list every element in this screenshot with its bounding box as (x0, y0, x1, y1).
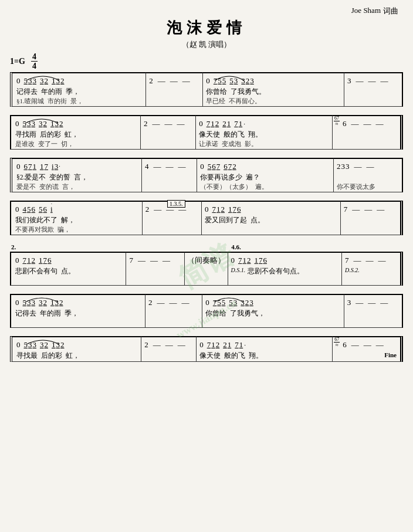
page: Joe Sham 词曲 泡沫爱情 （赵 凯 演唱） 1=G 4 4 (1, 0, 412, 376)
author-role: 词曲 (383, 6, 398, 16)
section-2-marker: 2. (10, 243, 17, 250)
line-4: 1.3.5. 0 4 5 6 5 6 i · (10, 201, 403, 235)
sheet-music: 0 5 3 3 3 2 1 3 2 记得去年的雨季， §1.喳闹城市的街景， (10, 72, 403, 362)
line-6: 0 5 3 3 3 2 1 3 2 记得去年的雨季， (10, 294, 403, 328)
m5-4: 0 7 1 2 1 7 6 D.S.1. 悲剧不会有句点。 (228, 252, 342, 286)
m5-5: 7 — — — D.S.2. (342, 252, 400, 286)
subtitle: （赵 凯 演唱） (10, 39, 403, 50)
line-1: 0 5 3 3 3 2 1 3 2 记得去年的雨季， §1.喳闹城市的街景， (10, 72, 403, 107)
m1-4: 3 — — — (344, 72, 401, 107)
m4-3: 0 7 1 2 1 7 6 爱又回到了起点。 (202, 201, 341, 235)
m7-2: 2 — — — (141, 336, 197, 362)
m2-3: 0 7 1 2 2 1 7 1 · 像天使般的飞翔。 让承诺变成泡影。 (196, 115, 333, 150)
main-title: 泡沫爱情 (10, 18, 403, 38)
m6-1: 0 5 3 3 3 2 1 3 2 记得去年的雨季， (12, 294, 145, 328)
line-5: 2. 0 7 1 2 1 7 6 悲剧不会有句点。 (10, 243, 403, 286)
m4-4: 7 — — — (341, 201, 400, 235)
key-time-row: 1=G 4 4 (10, 52, 403, 71)
m4-1: 0 4 5 6 5 6 i · 我们彼此不了解， 不要再对 (12, 201, 143, 235)
key-signature: 1=G (10, 57, 25, 66)
m7-3: 0 7 1 2 2 1 7 1 · 像天使般的飞翔。 (197, 336, 333, 362)
m6-3: 0 7 5 5 5 3 3 2 3 你曾给了我勇气， (202, 294, 344, 328)
m1-1-notes: 0 5 3 3 3 2 1 3 2 (16, 74, 143, 87)
m6-4: 3 — — — (344, 294, 401, 328)
author-name: Joe Sham (351, 6, 381, 16)
m2-2: 2 — — — (141, 115, 196, 150)
m1-1: 0 5 3 3 3 2 1 3 2 记得去年的雨季， §1.喳闹城市的街景， (13, 72, 146, 107)
line-3: 0 6 7 1 1 7 i 3 · §2.爱是不变的誓言， (10, 158, 403, 192)
m6-2: 2 — — — (145, 294, 202, 328)
interlude-marker: （间奏略） (185, 252, 228, 286)
m7-4: 67 ≈ 6 — — — Fine (333, 336, 400, 362)
m1-3: 0 7 5 5 5 3 3 2 3 你曾给了我勇气。 早已经不再留心。 (203, 72, 344, 107)
m2-1: 0 5 3 3 3 2 1 3 2 寻找雨后的彩虹， 是谁改变了一切， (12, 115, 141, 150)
m3-2: 4 — — — (142, 158, 197, 192)
m5-2: 7 — — — (126, 252, 184, 286)
m3-3: 0 5 6 7 6 7 2 你要再说多少遍？ （不要）（太多）遍。 (197, 158, 334, 192)
line-2: 0 5 3 3 3 2 1 3 2 寻找雨后的彩虹， 是谁改变了一切， (10, 115, 403, 150)
m3-1: 0 6 7 1 1 7 i 3 · §2.爱是不变的誓言， (13, 158, 142, 192)
m5-1: 0 7 1 2 1 7 6 悲剧不会有句点。 (12, 252, 126, 286)
m3-4: 2 3 3 — — 你不要说太多 (334, 158, 401, 192)
line-7: 0 5 3 3 3 2 1 3 2 寻找最后的彩虹， (10, 336, 403, 362)
m2-4: 67 ≈ 6 — — — (333, 115, 400, 150)
repeat-marker-135: 1.3.5. (167, 200, 185, 208)
m1-2: 2 — — — (146, 72, 203, 107)
title-section: Joe Sham 词曲 泡沫爱情 （赵 凯 演唱） (10, 6, 403, 50)
time-signature: 4 4 (31, 52, 38, 71)
m7-1: 0 5 3 3 3 2 1 3 2 寻找最后的彩虹， (13, 336, 141, 362)
section-46-marker: 4.6. (230, 243, 242, 250)
